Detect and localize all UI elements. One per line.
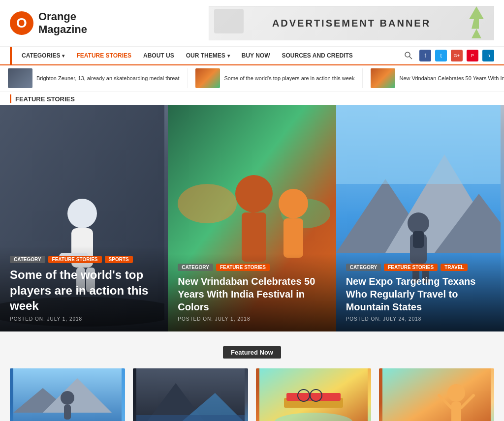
- section-indicator: [10, 94, 11, 103]
- category-tag[interactable]: Category: [346, 264, 381, 271]
- ticker-text: New Vrindaban Celebrates 50 Years With I…: [399, 75, 504, 82]
- featured-img-illustration: [379, 368, 494, 421]
- nav-item-about-us[interactable]: ABOUT US: [137, 47, 180, 64]
- logo-area: O Orange Magazine: [10, 10, 87, 36]
- featured-card-4[interactable]: [379, 368, 494, 421]
- site-header: O Orange Magazine ADVERTISEMENT BANNER: [0, 0, 504, 47]
- svg-rect-20: [336, 105, 501, 184]
- pinterest-icon[interactable]: P: [467, 50, 478, 61]
- svg-rect-15: [284, 218, 303, 258]
- svg-point-21: [408, 212, 429, 234]
- featured-section: Featured Now: [0, 331, 504, 421]
- hero-tags-3: Category Feature Stories Travel: [346, 264, 494, 271]
- hero-tags-2: Category Feature Stories: [178, 264, 326, 271]
- ticker-item[interactable]: New Vrindaban Celebrates 50 Years With I…: [363, 68, 504, 88]
- nav-item-sources[interactable]: SOURCES AND CREDITS: [276, 47, 359, 64]
- facebook-icon[interactable]: f: [419, 50, 431, 61]
- svg-rect-30: [64, 405, 71, 420]
- search-icon[interactable]: [402, 49, 415, 62]
- hero-title-2: New Vrindaban Celebrates 50 Years With I…: [178, 275, 326, 313]
- hero-date-3: POSTED ON: JULY 24, 2018: [346, 316, 494, 322]
- feature-stories-tag[interactable]: Feature Stories: [48, 256, 102, 263]
- svg-rect-45: [451, 402, 461, 421]
- news-ticker: Brighton Zeuner, 13, already an skateboa…: [0, 65, 504, 91]
- chevron-down-icon: ▾: [227, 53, 230, 59]
- sports-tag[interactable]: Sports: [105, 256, 133, 263]
- hero-card-3[interactable]: Category Feature Stories Travel New Expo…: [336, 105, 504, 331]
- hero-overlay-3: Category Feature Stories Travel New Expo…: [336, 254, 504, 331]
- svg-point-14: [279, 189, 308, 218]
- featured-image-3: [256, 368, 371, 421]
- ticker-item[interactable]: Some of the world's top players are in a…: [188, 68, 363, 88]
- hero-title-1: Some of the world's top players are in a…: [10, 267, 158, 313]
- nav-item-buy-now[interactable]: BUY NOW: [236, 47, 276, 64]
- feature-stories-tag[interactable]: Feature Stories: [216, 264, 270, 271]
- svg-point-12: [178, 184, 237, 223]
- svg-point-10: [235, 175, 273, 212]
- hero-date-1: POSTED ON: JULY 1, 2018: [10, 316, 158, 322]
- logo-icon[interactable]: O: [10, 11, 33, 35]
- featured-header: Featured Now: [10, 346, 494, 359]
- svg-point-29: [61, 391, 74, 405]
- ticker-thumbnail: [195, 68, 220, 88]
- twitter-icon[interactable]: t: [435, 50, 447, 61]
- ad-plant-decoration: [464, 6, 489, 38]
- featured-grid: [10, 368, 494, 421]
- svg-rect-23: [413, 231, 424, 248]
- featured-image-1: [10, 368, 125, 421]
- ticker-thumbnail: [371, 68, 395, 88]
- featured-img-illustration: [256, 368, 371, 421]
- advertisement-banner: ADVERTISEMENT BANNER: [209, 6, 494, 40]
- featured-card-2[interactable]: [133, 368, 248, 421]
- featured-image-2: [133, 368, 248, 421]
- svg-point-4: [67, 199, 97, 228]
- featured-now-label: Featured Now: [223, 346, 281, 359]
- linkedin-icon[interactable]: in: [482, 50, 494, 61]
- nav-item-categories[interactable]: CATEGORIES ▾: [16, 47, 70, 64]
- ad-banner-text: ADVERTISEMENT BANNER: [272, 18, 431, 29]
- featured-img-illustration: [133, 368, 248, 421]
- hero-overlay-2: Category Feature Stories New Vrindaban C…: [168, 254, 336, 331]
- ticker-text: Some of the world's top players are in a…: [224, 75, 354, 82]
- featured-card-1[interactable]: [10, 368, 125, 421]
- nav-item-feature-stories[interactable]: FEATURE STORIES: [70, 47, 137, 64]
- category-tag[interactable]: Category: [178, 264, 213, 271]
- hero-tags-1: Category Feature Stories Sports: [10, 256, 158, 263]
- travel-tag[interactable]: Travel: [441, 264, 468, 271]
- svg-rect-37: [286, 393, 341, 401]
- hero-section-header: FEATURE Stories: [0, 91, 504, 105]
- ticker-item[interactable]: Brighton Zeuner, 13, already an skateboa…: [0, 68, 188, 88]
- featured-img-illustration: [10, 368, 125, 421]
- nav-item-our-themes[interactable]: OUR THEMES ▾: [180, 47, 236, 64]
- hero-card-2[interactable]: Category Feature Stories New Vrindaban C…: [168, 105, 336, 331]
- svg-point-44: [447, 384, 465, 402]
- svg-point-0: [405, 52, 410, 57]
- svg-rect-34: [136, 415, 245, 421]
- category-tag[interactable]: Category: [10, 256, 45, 263]
- ad-laptop-decoration: [214, 9, 244, 33]
- featured-card-3[interactable]: [256, 368, 371, 421]
- nav-left: CATEGORIES ▾ FEATURE STORIES ABOUT US OU…: [10, 47, 359, 64]
- nav-right: f t G+ P in: [402, 49, 494, 62]
- chevron-down-icon: ▾: [62, 53, 64, 59]
- hero-title-3: New Expo Targeting Texans Who Regularly …: [346, 275, 494, 313]
- hero-date-2: POSTED ON: JULY 1, 2018: [178, 316, 326, 322]
- hero-overlay-1: Category Feature Stories Sports Some of …: [0, 246, 168, 331]
- featured-image-4: [379, 368, 494, 421]
- ticker-thumbnail: [8, 68, 32, 88]
- hero-card-1[interactable]: Category Feature Stories Sports Some of …: [0, 105, 168, 331]
- feature-stories-tag[interactable]: Feature Stories: [384, 264, 438, 271]
- feature-stories-label: FEATURE Stories: [15, 95, 75, 103]
- logo-text: Orange Magazine: [38, 10, 87, 36]
- hero-grid: Category Feature Stories Sports Some of …: [0, 105, 504, 331]
- nav-indicator: [10, 47, 12, 64]
- ticker-text: Brighton Zeuner, 13, already an skateboa…: [36, 75, 179, 82]
- main-nav: CATEGORIES ▾ FEATURE STORIES ABOUT US OU…: [0, 47, 504, 65]
- googleplus-icon[interactable]: G+: [451, 50, 463, 61]
- svg-line-1: [410, 57, 412, 59]
